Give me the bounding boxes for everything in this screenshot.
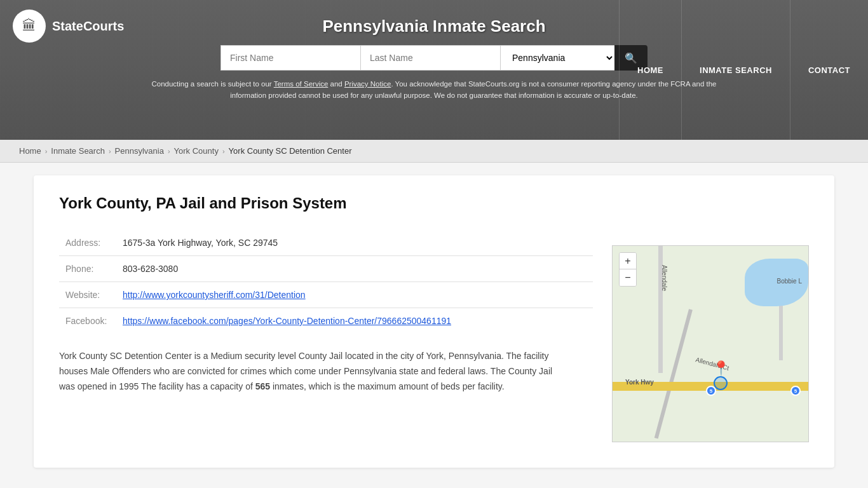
description-part2: inmates, which is the maximum amount of …	[270, 381, 505, 391]
facility-title: York County, PA Jail and Prison System	[59, 194, 593, 212]
address-value: 1675-3a York Highway, York, SC 29745	[116, 230, 593, 256]
breadcrumb: Home › Inmate Search › Pennsylvania › Yo…	[0, 140, 868, 163]
route-number-left: 5	[710, 388, 712, 394]
disclaimer-text-before: Conducting a search is subject to our	[151, 80, 273, 88]
capacity-value: 565	[255, 381, 270, 391]
breadcrumb-pennsylvania[interactable]: Pennsylvania	[115, 146, 164, 156]
nav-bar: HOME INMATE SEARCH CONTACT	[619, 0, 868, 140]
map-zoom-controls: + −	[619, 252, 637, 287]
page-title: Pennsylvania Inmate Search	[322, 17, 545, 36]
address-label: Address:	[59, 230, 116, 256]
phone-value: 803-628-3080	[116, 256, 593, 282]
last-name-input[interactable]	[360, 45, 500, 71]
map-route-5-right: 5	[790, 386, 801, 396]
header: 🏛 StateCourts HOME INMATE SEARCH CONTACT…	[0, 0, 868, 140]
breadcrumb-sep-3: ›	[168, 147, 170, 155]
privacy-link[interactable]: Privacy Notice	[344, 80, 391, 88]
route-number-right: 5	[794, 388, 797, 394]
breadcrumb-sep-1: ›	[45, 147, 48, 155]
breadcrumb-current: York County SC Detention Center	[229, 146, 352, 156]
breadcrumb-york-county[interactable]: York County	[174, 146, 219, 156]
facebook-value: https://www.facebook.com/pages/York-Coun…	[116, 308, 593, 334]
map-zoom-out-button[interactable]: −	[620, 269, 636, 286]
facility-details-table: Address: 1675-3a York Highway, York, SC …	[59, 230, 593, 334]
phone-label: Phone:	[59, 256, 116, 282]
facebook-label: Facebook:	[59, 308, 116, 334]
state-select[interactable]: Select State AlabamaAlaskaArizona Arkans…	[500, 45, 614, 71]
map-label-bobbie: Bobbie L	[777, 278, 802, 285]
website-value: http://www.yorkcountysheriff.com/31/Dete…	[116, 282, 593, 308]
site-name: StateCourts	[52, 19, 124, 34]
map-label-york-hwy: York Hwy	[625, 379, 654, 386]
website-link[interactable]: http://www.yorkcountysheriff.com/31/Dete…	[123, 290, 306, 300]
website-row: Website: http://www.yorkcountysheriff.co…	[59, 282, 593, 308]
main-content: York County, PA Jail and Prison System A…	[34, 175, 834, 468]
website-label: Website:	[59, 282, 116, 308]
nav-home[interactable]: HOME	[619, 0, 681, 140]
terms-link[interactable]: Terms of Service	[274, 80, 329, 88]
breadcrumb-sep-4: ›	[222, 147, 225, 155]
address-row: Address: 1675-3a York Highway, York, SC …	[59, 230, 593, 256]
facebook-link[interactable]: https://www.facebook.com/pages/York-Coun…	[123, 316, 451, 326]
phone-row: Phone: 803-628-3080	[59, 256, 593, 282]
map-marker-circle	[714, 376, 728, 390]
facility-description: York County SC Detention Center is a Med…	[59, 349, 555, 394]
disclaimer-and: and	[328, 80, 344, 88]
map-label-allendale: Allendale	[661, 265, 668, 291]
site-logo-icon: 🏛	[13, 10, 46, 43]
map-container: Allendale Allendale Ct York Hwy Bobbie L…	[612, 245, 809, 442]
breadcrumb-sep-2: ›	[109, 147, 111, 155]
map-zoom-in-button[interactable]: +	[620, 253, 636, 269]
logo-area: 🏛 StateCourts	[0, 0, 137, 52]
breadcrumb-inmate-search[interactable]: Inmate Search	[51, 146, 105, 156]
facility-info: York County, PA Jail and Prison System A…	[59, 194, 593, 442]
map-marker-pin: 📍	[712, 360, 729, 377]
breadcrumb-home[interactable]: Home	[19, 146, 41, 156]
facebook-row: Facebook: https://www.facebook.com/pages…	[59, 308, 593, 334]
search-bar: Select State AlabamaAlaskaArizona Arkans…	[220, 45, 648, 71]
first-name-input[interactable]	[220, 45, 360, 71]
map-area: Allendale Allendale Ct York Hwy Bobbie L…	[612, 245, 809, 442]
nav-inmate-search[interactable]: INMATE SEARCH	[681, 0, 790, 140]
nav-contact[interactable]: CONTACT	[790, 0, 868, 140]
